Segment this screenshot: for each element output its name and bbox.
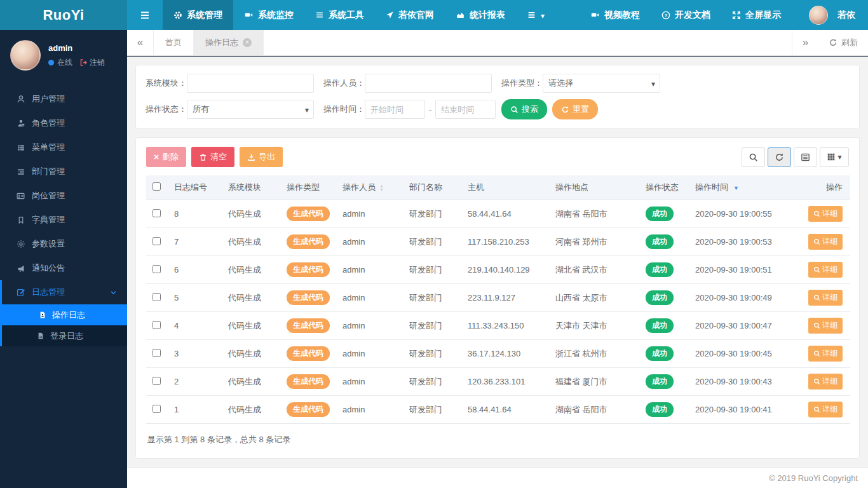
tab-label: 首页	[165, 37, 182, 48]
detail-button-label: 详细	[822, 208, 837, 219]
column-header-操作时间[interactable]: 操作时间	[690, 175, 799, 200]
module-cell: 代码生成	[223, 340, 281, 368]
bookmark-icon	[16, 216, 25, 224]
host-cell: 58.44.41.64	[463, 396, 550, 424]
status-select[interactable]: 所有	[187, 100, 314, 119]
search-icon	[813, 294, 820, 301]
row-checkbox[interactable]	[153, 209, 161, 217]
operator-cell: admin	[337, 396, 404, 424]
sidebar-item-部门管理[interactable]: 部门管理	[0, 159, 127, 184]
dept-icon	[16, 168, 25, 176]
sidebar-item-菜单管理[interactable]: 菜单管理	[0, 135, 127, 159]
sidebar-item-岗位管理[interactable]: 岗位管理	[0, 184, 127, 208]
avatar[interactable]	[10, 40, 41, 71]
reset-button[interactable]: 重置	[552, 99, 598, 119]
status-cell: 成功	[641, 368, 690, 396]
sidebar-item-日志管理[interactable]: 日志管理	[0, 280, 127, 304]
search-button[interactable]: 搜索	[501, 99, 547, 119]
dept-cell: 研发部门	[404, 396, 463, 424]
row-checkbox[interactable]	[153, 237, 161, 245]
topnav-menu: 系统管理系统监控系统工具若依官网统计报表	[163, 0, 555, 30]
detail-button[interactable]: 详细	[808, 290, 843, 306]
column-header-日志编号: 日志编号	[169, 175, 223, 200]
export-button[interactable]: 导出	[240, 147, 283, 167]
table-columns-button[interactable]	[820, 147, 849, 167]
sort-desc-icon[interactable]	[733, 185, 739, 191]
row-checkbox[interactable]	[153, 377, 161, 385]
row-checkbox[interactable]	[153, 405, 161, 413]
user-name-label: 若依	[837, 10, 855, 21]
close-icon[interactable]	[243, 38, 252, 47]
detail-button[interactable]: 详细	[808, 206, 843, 222]
detail-button[interactable]: 详细	[808, 234, 843, 250]
row-checkbox[interactable]	[153, 265, 161, 273]
tabs-scroll-right-button[interactable]	[792, 30, 818, 55]
column-header-操作人员[interactable]: 操作人员	[337, 175, 404, 200]
row-checkbox[interactable]	[153, 321, 161, 329]
tab-refresh-button[interactable]: 刷新	[818, 30, 868, 55]
topnav-item-more[interactable]	[516, 0, 555, 30]
column-header-label: 操作时间	[695, 182, 728, 192]
column-header-操作状态: 操作状态	[641, 175, 690, 200]
tabs-scroll-left-button[interactable]	[127, 30, 154, 55]
clear-button[interactable]: 清空	[191, 147, 234, 167]
edit-icon	[16, 288, 25, 297]
question-icon: ?	[661, 11, 670, 20]
sidebar-item-字典管理[interactable]: 字典管理	[0, 208, 127, 232]
column-header-label: 操作地点	[555, 182, 588, 192]
search-icon	[813, 266, 820, 273]
time-start-input[interactable]	[365, 100, 425, 119]
sidebar-toggle-button[interactable]	[127, 0, 163, 30]
settings-icon	[16, 240, 25, 248]
app-logo[interactable]: RuoYi	[0, 0, 127, 30]
operator-input[interactable]	[365, 74, 492, 93]
sort-icon[interactable]	[379, 184, 384, 192]
type-select[interactable]: 请选择	[543, 74, 660, 93]
chevron-down-icon	[110, 289, 117, 296]
detail-button[interactable]: 详细	[808, 374, 843, 390]
sidebar-item-用户管理[interactable]: 用户管理	[0, 87, 127, 111]
delete-button[interactable]: 删除	[146, 147, 186, 167]
sidebar-item-操作日志[interactable]: 操作日志	[2, 304, 127, 325]
sidebar-item-label: 字典管理	[32, 214, 65, 226]
detail-button[interactable]: 详细	[808, 318, 843, 334]
topnav-item-系统管理[interactable]: 系统管理	[163, 0, 233, 30]
fullscreen-icon	[732, 11, 741, 20]
user-menu[interactable]: 若依	[798, 0, 868, 30]
megaphone-icon	[16, 264, 25, 273]
table-refresh-button[interactable]	[768, 147, 791, 167]
topnav-item-若依官网[interactable]: 若依官网	[375, 0, 445, 30]
time-end-input[interactable]	[435, 100, 496, 119]
x-icon	[154, 154, 159, 160]
module-cell: 代码生成	[223, 368, 281, 396]
tab-home[interactable]: 首页	[154, 30, 194, 55]
status-cell: 成功	[641, 200, 690, 228]
topnav-item-开发文档[interactable]: ?开发文档	[651, 0, 721, 30]
status-badge: 成功	[646, 207, 674, 221]
module-input[interactable]	[187, 74, 314, 93]
row-checkbox[interactable]	[153, 293, 161, 301]
detail-button[interactable]: 详细	[808, 346, 843, 362]
topnav-item-系统工具[interactable]: 系统工具	[304, 0, 375, 30]
sidebar-item-参数设置[interactable]: 参数设置	[0, 232, 127, 256]
main-content: 系统模块： 操作人员： 操作类型： 请选择 操作状态： 所有	[127, 57, 868, 467]
sidebar-item-登录日志[interactable]: 登录日志	[0, 325, 127, 346]
select-all-checkbox[interactable]	[153, 182, 161, 191]
detail-button[interactable]: 详细	[808, 402, 843, 417]
table-search-toggle-button[interactable]	[742, 147, 765, 167]
location-cell: 天津市 天津市	[550, 312, 641, 340]
nav-item-label: 若依官网	[398, 10, 434, 21]
topnav-item-全屏显示[interactable]: 全屏显示	[721, 0, 792, 30]
sidebar-item-通知公告[interactable]: 通知公告	[0, 256, 127, 280]
tab-operation-log[interactable]: 操作日志	[194, 30, 264, 55]
row-checkbox[interactable]	[153, 349, 161, 357]
detail-button[interactable]: 详细	[808, 262, 843, 278]
topnav-item-系统监控[interactable]: 系统监控	[233, 0, 304, 30]
table-detail-view-button[interactable]	[794, 147, 817, 167]
topnav-item-视频教程[interactable]: 视频教程	[580, 0, 651, 30]
nav-item-label: 系统工具	[329, 10, 364, 21]
topnav-item-统计报表[interactable]: 统计报表	[445, 0, 516, 30]
type-cell: 生成代码	[281, 256, 337, 284]
sidebar-item-角色管理[interactable]: 角色管理	[0, 111, 127, 135]
logout-button[interactable]: 注销	[79, 57, 105, 68]
